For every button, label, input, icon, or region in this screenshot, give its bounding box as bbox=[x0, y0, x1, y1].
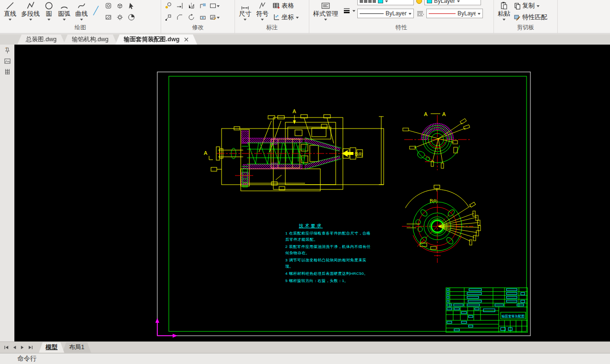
copy-label: 复制 bbox=[522, 1, 535, 10]
spline-tool-label: 曲线 bbox=[75, 10, 88, 18]
cursor-arrow-icon bbox=[128, 2, 135, 10]
color-value: ByLayer bbox=[434, 0, 455, 4]
main-section-view: A A B向 bbox=[204, 108, 384, 191]
doc-tab-feeder[interactable]: 输馅机构.dwg bbox=[63, 35, 117, 45]
match-properties-label: 特性匹配 bbox=[522, 13, 547, 22]
hatch-edit-tool-button[interactable] bbox=[209, 12, 220, 23]
nav-last-icon[interactable] bbox=[28, 345, 33, 350]
caret-down-icon bbox=[261, 19, 264, 21]
lineweight-display-button[interactable] bbox=[342, 0, 355, 21]
polyline-icon bbox=[26, 0, 35, 10]
layout-nav-buttons bbox=[4, 345, 33, 350]
close-tab-button[interactable] bbox=[184, 37, 188, 42]
extend-tool-button[interactable] bbox=[174, 0, 186, 12]
polyline-tool-button[interactable]: 多段线 bbox=[19, 0, 42, 21]
coordinate-tool-button[interactable]: 坐标 bbox=[272, 12, 299, 23]
arc-icon bbox=[60, 0, 69, 10]
caret-down-icon bbox=[324, 19, 327, 21]
drawing-canvas[interactable]: A A B向 A A bbox=[14, 45, 610, 341]
sheet-border-inner bbox=[169, 76, 527, 331]
join-tool-button[interactable] bbox=[197, 0, 209, 12]
extend-icon bbox=[176, 2, 184, 10]
caret-down-icon bbox=[47, 19, 50, 21]
model-tab-label: 模型 bbox=[46, 343, 58, 352]
select-tool-button[interactable] bbox=[126, 0, 137, 12]
ribbon-group-clipboard: 粘贴 复制 特性匹配 剪切板 bbox=[494, 0, 558, 33]
mirror-tool-button[interactable] bbox=[186, 0, 197, 12]
b-arrow bbox=[342, 150, 353, 157]
chamfer-icon bbox=[176, 13, 184, 21]
pie-tool-button[interactable] bbox=[126, 12, 137, 23]
layer-status-icons bbox=[360, 0, 376, 3]
block-tool-button[interactable] bbox=[114, 0, 126, 12]
technical-requirements: 技术要求 1 在装配前应仔细检查各零件的配合尺寸，合格后零件才能装配。 2 装配… bbox=[285, 223, 372, 284]
construction-line-button[interactable] bbox=[90, 0, 102, 21]
gear-icon bbox=[116, 13, 124, 21]
color-dropdown[interactable]: ByLayer bbox=[424, 0, 481, 5]
style-manager-button[interactable]: 样式管理 bbox=[311, 0, 340, 21]
symbol-icon bbox=[258, 0, 267, 10]
hatch-tool-button[interactable] bbox=[103, 12, 114, 23]
aa-label-right: A bbox=[442, 111, 446, 117]
table-tool-button[interactable]: 表格 bbox=[272, 0, 299, 12]
caret-down-icon bbox=[217, 5, 220, 7]
section-a-marker-left: A bbox=[204, 150, 208, 156]
model-tab[interactable]: 模型 bbox=[39, 342, 64, 353]
line-icon bbox=[6, 0, 14, 10]
chamfer-tool-button[interactable] bbox=[174, 12, 186, 23]
paste-button[interactable]: 粘贴 bbox=[495, 0, 513, 21]
line-tool-label: 直线 bbox=[4, 10, 16, 18]
spline-tool-button[interactable]: 曲线 bbox=[73, 0, 90, 21]
scale-tool-button[interactable] bbox=[163, 12, 174, 23]
caret-down-icon bbox=[352, 10, 355, 12]
lineweight-value: ByLayer bbox=[386, 10, 407, 17]
doc-tab-assembly[interactable]: 总装图.dwg bbox=[17, 35, 65, 45]
arc-tool-button[interactable]: 圆弧 bbox=[56, 0, 73, 21]
lineweight-dropdown[interactable]: ByLayer bbox=[357, 9, 414, 18]
ribbon-spacer bbox=[558, 0, 610, 33]
hatch-icon bbox=[105, 13, 112, 21]
dimension-tool-label: 尺寸 bbox=[239, 10, 251, 18]
lineweight-sample bbox=[360, 13, 384, 14]
orbit-tool-button[interactable] bbox=[197, 12, 209, 23]
b-view-label: B向 bbox=[430, 199, 438, 204]
ribbon-group-annotate: 尺寸 符号 表格 坐标 bbox=[235, 0, 309, 33]
tech-requirement-item: 2 装配零件应用煤油清洗干净，机体内不得有任何杂物存在。 bbox=[285, 244, 372, 256]
match-properties-brush-icon bbox=[514, 14, 521, 21]
rotate-tool-button[interactable] bbox=[186, 12, 197, 23]
tech-requirement-item: 1 在装配前应仔细检查各零件的配合尺寸，合格后零件才能装配。 bbox=[285, 230, 372, 243]
nav-first-icon[interactable] bbox=[4, 345, 9, 350]
coordinate-axes-icon bbox=[272, 13, 280, 21]
symbol-tool-button[interactable]: 符号 bbox=[254, 0, 271, 21]
line-tool-button[interactable]: 直线 bbox=[1, 0, 19, 21]
dimension-tool-button[interactable]: 尺寸 bbox=[236, 0, 254, 21]
paste-clipboard-icon bbox=[500, 0, 508, 10]
caret-down-icon bbox=[296, 17, 299, 19]
region-tool-button[interactable] bbox=[103, 0, 114, 12]
style-manager-icon bbox=[321, 0, 330, 10]
layer-dropdown[interactable] bbox=[357, 0, 414, 5]
symbol-tool-label: 符号 bbox=[256, 10, 269, 18]
copy-tool-button[interactable] bbox=[163, 0, 174, 12]
caret-down-icon bbox=[478, 13, 481, 15]
match-properties-button[interactable]: 特性匹配 bbox=[514, 12, 547, 23]
block-icon bbox=[116, 2, 124, 10]
circle-tool-button[interactable]: 圆 bbox=[42, 0, 56, 21]
pushpin-tool-button[interactable] bbox=[2, 46, 12, 55]
image-frame-tool-button[interactable] bbox=[2, 56, 12, 66]
doc-tab-sleeve-assembly[interactable]: 输面套筒装配图.dwg bbox=[115, 35, 197, 45]
nav-previous-icon[interactable] bbox=[12, 345, 17, 350]
fence-tool-button[interactable] bbox=[2, 67, 12, 76]
gear-tool-button[interactable] bbox=[114, 12, 126, 23]
linetype-dropdown[interactable]: ByLayer bbox=[426, 9, 483, 18]
caret-down-icon bbox=[29, 19, 32, 21]
caret-down-icon bbox=[80, 19, 83, 21]
command-line-bar[interactable]: 命令行 bbox=[0, 353, 610, 364]
nav-next-icon[interactable] bbox=[20, 345, 24, 350]
layout1-tab[interactable]: 布局1 bbox=[62, 342, 91, 353]
rectangle-tool-button[interactable] bbox=[209, 0, 220, 12]
construction-line-icon bbox=[92, 4, 100, 17]
copy-clip-button[interactable]: 复制 bbox=[514, 0, 547, 12]
linetype-sample bbox=[429, 13, 456, 14]
section-a-marker: A bbox=[293, 108, 296, 114]
